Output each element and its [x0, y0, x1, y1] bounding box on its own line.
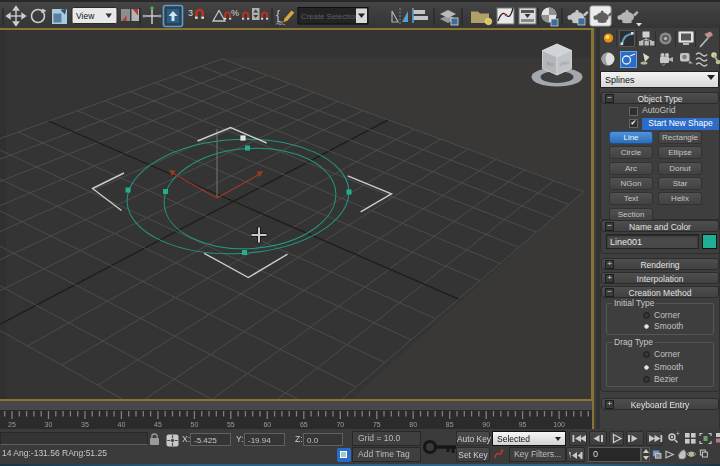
svg-text:45: 45 — [154, 421, 162, 428]
svg-text:55: 55 — [227, 421, 235, 428]
svg-text:95: 95 — [519, 421, 527, 428]
svg-text:3: 3 — [188, 8, 193, 18]
svg-text:65: 65 — [300, 421, 308, 428]
svg-text:30: 30 — [45, 421, 53, 428]
svg-text:90: 90 — [482, 421, 490, 428]
svg-text:85: 85 — [446, 421, 454, 428]
svg-text:70: 70 — [336, 421, 344, 428]
svg-text:Y:: Y: — [236, 434, 244, 444]
svg-text:40: 40 — [118, 421, 126, 428]
svg-text:%: % — [231, 8, 239, 18]
svg-text:75: 75 — [373, 421, 381, 428]
svg-text:View: View — [76, 11, 95, 21]
svg-text:X:: X: — [182, 434, 190, 444]
svg-text:+: + — [676, 430, 680, 437]
svg-text:50: 50 — [191, 421, 199, 428]
svg-text:ABC: ABC — [276, 21, 286, 26]
svg-text:35: 35 — [81, 421, 89, 428]
svg-text:80: 80 — [409, 421, 417, 428]
svg-text:Z:: Z: — [295, 434, 303, 444]
svg-text:25: 25 — [8, 421, 16, 428]
svg-text:60: 60 — [263, 421, 271, 428]
svg-text:{: { — [276, 8, 280, 22]
svg-text:100: 100 — [553, 421, 565, 428]
